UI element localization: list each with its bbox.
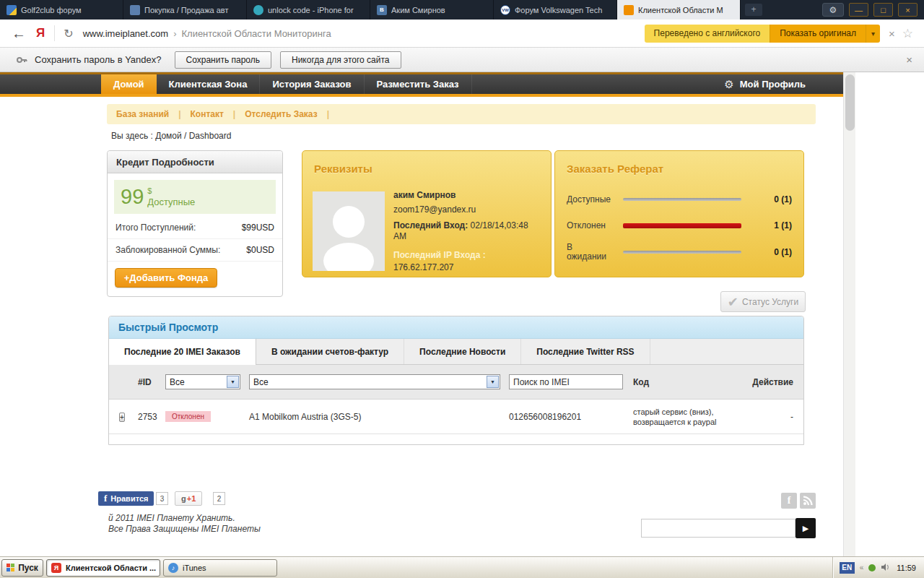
vw-favicon-icon: VW — [500, 5, 510, 15]
translated-from-english-button[interactable]: Переведено с английского — [645, 25, 770, 43]
reload-icon[interactable]: ↻ — [64, 27, 73, 40]
save-password-button[interactable]: Сохранить пароль — [175, 51, 271, 69]
orders-card-title: Заказать Реферат — [567, 163, 663, 175]
imei-search-input[interactable] — [509, 374, 623, 389]
password-bar-close-icon[interactable]: × — [906, 53, 912, 66]
browser-tab-pokupka[interactable]: Покупка / Продажа авт — [123, 0, 247, 20]
taskbar-button-browser[interactable]: Я Клиентской Области ... — [46, 559, 160, 577]
row-value: $99USD — [242, 223, 274, 233]
google-plus-one-button[interactable]: g +1 — [175, 491, 202, 506]
task-label: Клиентской Области ... — [66, 564, 156, 572]
language-indicator[interactable]: EN — [840, 562, 855, 574]
status-filter-select[interactable]: Все ▼ — [165, 374, 240, 389]
credit-row-blocked: Заблокированной Суммы: $0USD — [108, 239, 282, 262]
nav-item-home[interactable]: Домой — [101, 74, 157, 94]
expand-row-button[interactable]: + — [119, 413, 125, 422]
subnav-divider: | — [327, 109, 329, 119]
facebook-like-button[interactable]: f Нравится — [98, 491, 154, 506]
golf2club-favicon-icon — [6, 5, 17, 15]
yandex-browser-icon: Я — [51, 563, 61, 573]
credit-balance-box: 99 $ Доступные — [114, 180, 276, 214]
task-label: iTunes — [183, 564, 206, 572]
add-funds-button[interactable]: +Добавить Фонда — [115, 268, 217, 288]
account-email: zoom179@yandex.ru — [393, 204, 538, 215]
last-ip-value: 176.62.177.207 — [393, 262, 538, 272]
profile-gear-icon[interactable]: ⚙ — [724, 78, 733, 91]
subnav-knowledge-base[interactable]: База знаний — [107, 109, 178, 119]
password-save-bar: Сохранить пароль в Yandex? Сохранить пар… — [0, 48, 924, 72]
subnav-track-order[interactable]: Отследить Заказ — [235, 109, 326, 119]
tab-latest-news[interactable]: Последние Новости — [404, 339, 521, 364]
never-for-site-button[interactable]: Никогда для этого сайта — [280, 51, 401, 69]
browser-tab-vk[interactable]: В Аким Смирнов — [370, 0, 494, 20]
gplus-plus-one: +1 — [187, 494, 196, 503]
tab-title: Форум Volkswagen Tech — [515, 6, 610, 14]
nav-item-place-order[interactable]: Разместить Заказ — [365, 74, 472, 94]
start-label: Пуск — [18, 563, 38, 573]
subnav-contact[interactable]: Контакт — [181, 109, 233, 119]
nav-item-order-history[interactable]: История Заказов — [260, 74, 364, 94]
divider — [54, 25, 55, 41]
maximize-button[interactable]: □ — [873, 3, 893, 17]
order-status-cell: Отклонен — [165, 411, 240, 422]
yandex-logo[interactable]: Я — [36, 26, 45, 40]
browser-settings-button[interactable]: ⚙ — [822, 3, 844, 17]
tab-last-20-imei-orders[interactable]: Последние 20 IMEI Заказов — [109, 339, 256, 365]
page-scrollbar[interactable] — [843, 72, 855, 556]
show-original-button[interactable]: Показать оригинал — [770, 25, 866, 43]
itunes-icon: ♪ — [168, 563, 178, 573]
progress-bar-gray — [623, 251, 741, 254]
browser-tab-bar: Golf2club форум Покупка / Продажа авт un… — [0, 0, 924, 20]
address-url-field[interactable]: www.imeiplanet.com › Клиентской Области … — [83, 28, 331, 39]
translate-close-icon[interactable]: × — [889, 27, 895, 40]
chevron-down-icon: ▼ — [227, 376, 239, 388]
tray-status-icon[interactable] — [868, 564, 876, 571]
translate-dropdown-button[interactable]: ▾ — [866, 25, 880, 43]
gplus-g: g — [181, 494, 186, 503]
service-status-button[interactable]: ✔ Статус Услуги — [720, 291, 806, 312]
volume-icon[interactable] — [881, 561, 890, 574]
order-table-row: + 2753 Отклонен A1 Mobilkom Austria (3GS… — [109, 400, 803, 434]
newsletter-input[interactable] — [641, 519, 796, 538]
bookmark-star-icon[interactable]: ☆ — [902, 26, 913, 41]
row-label: В ожидании — [567, 243, 623, 262]
browser-tab-golf2club[interactable]: Golf2club форум — [0, 0, 123, 20]
credit-available-label: Доступные — [147, 197, 195, 207]
code-column-header: Код — [633, 377, 747, 387]
browser-tab-imeiplanet-active[interactable]: Клиентской Области М — [617, 0, 741, 20]
tray-chevron-icon[interactable]: « — [860, 564, 864, 571]
close-button[interactable]: × — [898, 3, 918, 17]
my-profile-link[interactable]: Мой Профиль — [740, 79, 806, 90]
tab-latest-twitter-rss[interactable]: Последние Twitter RSS — [521, 339, 650, 364]
minimize-button[interactable]: — — [849, 3, 868, 17]
browser-tab-volkswagen[interactable]: VW Форум Volkswagen Tech — [494, 0, 617, 20]
taskbar-button-itunes[interactable]: ♪ iTunes — [163, 559, 277, 577]
nav-item-client-zone[interactable]: Клиентская Зона — [157, 74, 261, 94]
code-line: возвращается к paypal — [633, 418, 716, 426]
footer-facebook-icon[interactable]: f — [781, 493, 797, 509]
tab-pending-invoices[interactable]: В ожидании счетов-фактур — [256, 339, 404, 364]
footer-rss-icon[interactable] — [800, 493, 816, 509]
newsletter-submit-button[interactable]: ▶ — [796, 518, 816, 538]
orders-row-available: Доступные 0 (1) — [567, 189, 792, 210]
page-viewport: Домой Клиентская Зона История Заказов Ра… — [0, 72, 924, 556]
taskbar-clock: 11:59 — [897, 564, 916, 572]
scrollbar-thumb[interactable] — [845, 74, 855, 131]
copyright-text: й 2011 IMEI Планету Хранить. Все Права З… — [108, 513, 261, 535]
row-label: Заблокированной Суммы: — [116, 245, 220, 255]
key-icon — [16, 54, 27, 66]
browser-tab-unlock-code[interactable]: unlock code - iPhone for — [247, 0, 370, 20]
phone-favicon-icon — [253, 5, 263, 15]
facebook-f-icon: f — [104, 493, 107, 504]
service-filter-select[interactable]: Все ▼ — [249, 374, 500, 389]
start-button[interactable]: Пуск — [1, 559, 43, 577]
code-line: старый сервис (вниз), — [633, 407, 714, 416]
tab-title: unlock code - iPhone for — [268, 6, 363, 14]
chevron-down-icon: ▼ — [487, 376, 499, 388]
action-column-header: Действие — [747, 377, 793, 387]
row-count: 0 (1) — [760, 247, 792, 257]
last-login-label: Последний Вход: — [393, 220, 468, 230]
back-icon[interactable]: ← — [12, 25, 26, 42]
credit-amount: 99 — [121, 186, 144, 207]
new-tab-button[interactable]: + — [745, 4, 762, 16]
